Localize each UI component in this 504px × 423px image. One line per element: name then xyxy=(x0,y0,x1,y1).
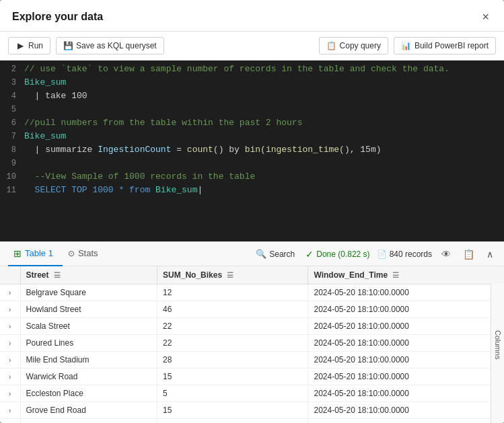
row-street: Grove End Road xyxy=(20,402,157,419)
col-sum-menu[interactable]: ☰ xyxy=(227,271,233,279)
run-label: Run xyxy=(28,41,43,50)
code-line-5: 5 xyxy=(0,104,504,117)
col-time-label: Window_End_Time xyxy=(314,270,388,280)
done-text: Done (0.822 s) xyxy=(316,249,369,259)
row-street: Scala Street xyxy=(20,318,157,335)
search-icon: 🔍 xyxy=(256,249,266,259)
table-row[interactable]: › Warwick Road 15 2024-05-20 18:10:00.00… xyxy=(0,369,504,385)
row-street: Lavington Street xyxy=(20,419,157,424)
row-window-end-time: 2024-05-20 18:10:00.0000 xyxy=(308,419,504,424)
row-sum-no-bikes: 32 xyxy=(157,419,308,424)
results-tabs: ⊞ Table 1 ⊙ Stats 🔍 Search ✓ Done (0.822… xyxy=(0,242,504,266)
save-icon: 💾 xyxy=(63,41,73,50)
col-street-menu[interactable]: ☰ xyxy=(54,271,61,279)
build-powerbi-button[interactable]: 📊 Build PowerBI report xyxy=(394,37,496,54)
copy-icon: 📋 xyxy=(326,41,336,50)
row-window-end-time: 2024-05-20 18:10:00.0000 xyxy=(308,284,504,301)
row-expand[interactable]: › xyxy=(0,402,20,419)
columns-panel[interactable]: Columns xyxy=(491,266,504,423)
modal-title: Explore your data xyxy=(12,11,103,23)
row-expand[interactable]: › xyxy=(0,419,20,424)
table-icon: ⊞ xyxy=(13,248,22,259)
table-row[interactable]: › Eccleston Place 5 2024-05-20 18:10:00.… xyxy=(0,385,504,402)
row-street: Howland Street xyxy=(20,301,157,318)
row-window-end-time: 2024-05-20 18:10:00.0000 xyxy=(308,318,504,335)
row-expand[interactable]: › xyxy=(0,369,20,385)
row-window-end-time: 2024-05-20 18:10:00.0000 xyxy=(308,402,504,419)
col-sum-label: SUM_No_Bikes xyxy=(163,270,222,280)
copy-query-label: Copy query xyxy=(340,41,381,50)
explore-data-modal: Explore your data × ▶ Run 💾 Save as KQL … xyxy=(0,0,504,423)
table-row[interactable]: › Lavington Street 32 2024-05-20 18:10:0… xyxy=(0,419,504,424)
col-sum-no-bikes[interactable]: SUM_No_Bikes ☰ xyxy=(157,266,308,284)
tab-table1-label: Table 1 xyxy=(25,248,53,258)
table-row[interactable]: › Scala Street 22 2024-05-20 18:10:00.00… xyxy=(0,318,504,335)
row-sum-no-bikes: 5 xyxy=(157,385,308,402)
run-button[interactable]: ▶ Run xyxy=(8,37,50,54)
tab-stats-label: Stats xyxy=(78,248,98,258)
row-expand[interactable]: › xyxy=(0,385,20,402)
code-line-2: 2 // use `take` to view a sample number … xyxy=(0,63,504,77)
table-body: › Belgrave Square 12 2024-05-20 18:10:00… xyxy=(0,284,504,424)
row-sum-no-bikes: 15 xyxy=(157,402,308,419)
row-window-end-time: 2024-05-20 18:10:00.0000 xyxy=(308,301,504,318)
records-label: 840 records xyxy=(390,249,432,259)
copy-results-button[interactable]: 📋 xyxy=(460,247,477,261)
tab-table1[interactable]: ⊞ Table 1 xyxy=(8,242,63,266)
row-sum-no-bikes: 22 xyxy=(157,335,308,352)
status-records: 📄 840 records xyxy=(377,249,432,259)
col-window-end-time[interactable]: Window_End_Time ☰ xyxy=(308,266,504,284)
table-row[interactable]: › Mile End Stadium 28 2024-05-20 18:10:0… xyxy=(0,352,504,369)
save-kql-label: Save as KQL queryset xyxy=(76,41,157,50)
code-line-4: 4 | take 100 xyxy=(0,90,504,104)
col-street-label: Street xyxy=(26,270,49,280)
row-expand[interactable]: › xyxy=(0,284,20,301)
code-line-10: 10 --View Sample of 1000 records in the … xyxy=(0,171,504,184)
col-expand xyxy=(0,266,20,284)
row-window-end-time: 2024-05-20 18:10:00.0000 xyxy=(308,369,504,385)
row-expand[interactable]: › xyxy=(0,335,20,352)
close-button[interactable]: × xyxy=(479,9,492,24)
row-sum-no-bikes: 22 xyxy=(157,318,308,335)
table-row[interactable]: › Belgrave Square 12 2024-05-20 18:10:00… xyxy=(0,284,504,301)
row-sum-no-bikes: 46 xyxy=(157,301,308,318)
row-street: Warwick Road xyxy=(20,369,157,385)
search-button[interactable]: 🔍 Search xyxy=(252,247,299,260)
col-street[interactable]: Street ☰ xyxy=(20,266,157,284)
code-line-11: 11 SELECT TOP 1000 * from Bike_sum| xyxy=(0,184,504,198)
build-powerbi-label: Build PowerBI report xyxy=(415,41,489,50)
code-line-3: 3 Bike_sum xyxy=(0,77,504,90)
results-area: ⊞ Table 1 ⊙ Stats 🔍 Search ✓ Done (0.822… xyxy=(0,241,504,423)
search-label: Search xyxy=(269,249,295,259)
row-window-end-time: 2024-05-20 18:10:00.0000 xyxy=(308,352,504,369)
row-street: Belgrave Square xyxy=(20,284,157,301)
records-icon: 📄 xyxy=(377,249,387,259)
code-line-9: 9 xyxy=(0,157,504,171)
powerbi-icon: 📊 xyxy=(401,41,411,50)
data-table: Street ☰ SUM_No_Bikes ☰ Window_End_Time … xyxy=(0,266,504,423)
row-expand[interactable]: › xyxy=(0,318,20,335)
row-window-end-time: 2024-05-20 18:10:00.0000 xyxy=(308,335,504,352)
code-editor[interactable]: 2 // use `take` to view a sample number … xyxy=(0,61,504,241)
collapse-button[interactable]: ∧ xyxy=(484,247,496,261)
table-row[interactable]: › Poured Lines 22 2024-05-20 18:10:00.00… xyxy=(0,335,504,352)
row-sum-no-bikes: 15 xyxy=(157,369,308,385)
status-done: ✓ Done (0.822 s) xyxy=(305,249,369,260)
row-window-end-time: 2024-05-20 18:10:00.0000 xyxy=(308,385,504,402)
row-sum-no-bikes: 12 xyxy=(157,284,308,301)
save-kql-button[interactable]: 💾 Save as KQL queryset xyxy=(56,37,164,54)
columns-panel-label: Columns xyxy=(494,330,502,359)
row-expand[interactable]: › xyxy=(0,352,20,369)
toolbar: ▶ Run 💾 Save as KQL queryset 📋 Copy quer… xyxy=(0,32,504,61)
tab-stats[interactable]: ⊙ Stats xyxy=(63,242,108,266)
visibility-button[interactable]: 👁 xyxy=(439,247,454,261)
col-time-menu[interactable]: ☰ xyxy=(392,271,399,279)
table-header-row: Street ☰ SUM_No_Bikes ☰ Window_End_Time … xyxy=(0,266,504,284)
copy-query-button[interactable]: 📋 Copy query xyxy=(319,37,388,54)
table-row[interactable]: › Grove End Road 15 2024-05-20 18:10:00.… xyxy=(0,402,504,419)
row-expand[interactable]: › xyxy=(0,301,20,318)
table-row[interactable]: › Howland Street 46 2024-05-20 18:10:00.… xyxy=(0,301,504,318)
results-status: 🔍 Search ✓ Done (0.822 s) 📄 840 records … xyxy=(252,247,496,261)
data-table-container[interactable]: Street ☰ SUM_No_Bikes ☰ Window_End_Time … xyxy=(0,266,504,423)
code-line-6: 6 //pull numbers from the table within t… xyxy=(0,117,504,130)
